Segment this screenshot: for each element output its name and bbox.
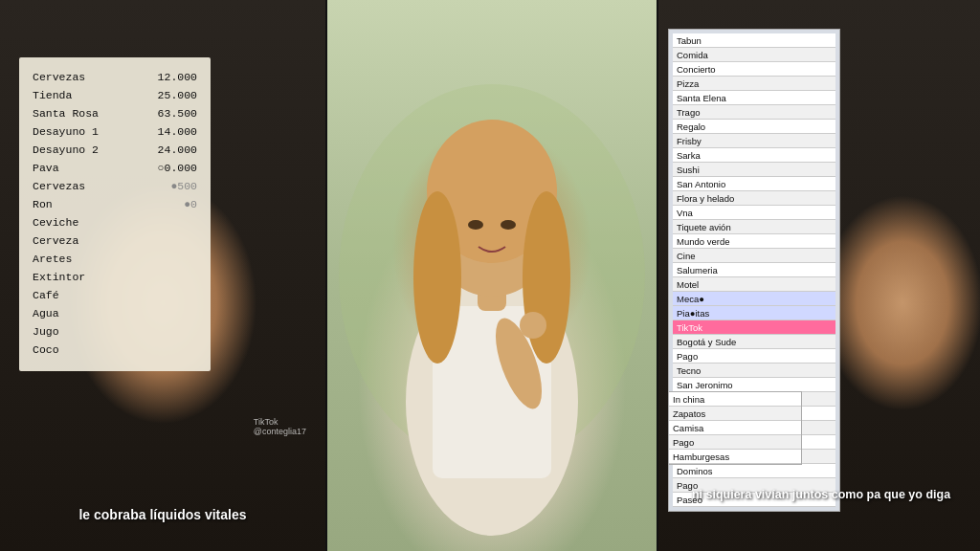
sheet-row: Mundo verde [673, 234, 835, 249]
receipt-row: Desayuno 1 14.000 [33, 123, 197, 142]
receipt-row: Cerveza [33, 232, 197, 251]
receipt-row: Cervezas 12.000 [33, 69, 197, 87]
middle-panel [327, 0, 657, 551]
receipt-row: Aretes [33, 251, 197, 269]
receipt-row: Tienda 25.000 [33, 87, 197, 105]
sheet-row: Trago [673, 105, 835, 120]
receipt-row: Café [33, 287, 197, 305]
receipt-row: Jugo [33, 323, 197, 342]
sheet-row: Vna [673, 206, 835, 220]
svg-point-11 [520, 312, 546, 339]
sheet-row: Sarka [673, 148, 835, 163]
sheet-row: Motel [673, 277, 835, 292]
svg-point-8 [468, 220, 483, 230]
right-subtitle: ni siquiera vivían juntos como pa que yo… [658, 487, 980, 504]
sheet-row: Salumeria [673, 263, 835, 277]
receipt-row: Pava ○0.000 [33, 160, 197, 178]
receipt-list: Cervezas 12.000 Tienda 25.000 Santa Rosa… [19, 57, 211, 371]
tiktok-watermark: TikTok@conteglia17 [254, 417, 306, 436]
sheet-row: Comida [673, 48, 835, 62]
sheet-row: Pago [669, 435, 801, 450]
sheet-row: Flora y helado [673, 191, 835, 206]
left-panel: Cervezas 12.000 Tienda 25.000 Santa Rosa… [0, 0, 325, 551]
sheet-row: Bogotá y Sude [673, 335, 835, 349]
sheet-row: Frisby [673, 134, 835, 148]
sheet-row: Tabun [673, 33, 835, 48]
sheet-row: Cine [673, 249, 835, 263]
receipt-row: Coco [33, 342, 197, 360]
sheet-row: San Jeronimo [673, 378, 835, 392]
sheet-row: Tiquete avión [673, 220, 835, 234]
sheet-row: Dominos [673, 464, 835, 478]
sheet-row-tiktok: TikTok [673, 320, 835, 335]
sheet-row: Santa Elena [673, 91, 835, 105]
svg-point-6 [413, 191, 461, 364]
sheet-row: Sushi [673, 163, 835, 177]
receipt-row-ceviche: Ceviche [33, 214, 197, 232]
receipt-row: Cervezas ●500 [33, 178, 197, 196]
middle-illustration [327, 0, 657, 551]
sheet-row: Concierto [673, 62, 835, 77]
receipt-row: Santa Rosa 63.500 [33, 105, 197, 123]
left-subtitle: le cobraba líquidos vitales [0, 507, 325, 522]
spreadsheet-bottom: In china Zapatos Camisa Pago Hamburgesas [668, 391, 802, 465]
sheet-row: Pago [673, 349, 835, 364]
receipt-row: Desayuno 2 24.000 [33, 142, 197, 160]
sheet-row: San Antonio [673, 177, 835, 191]
sheet-row: Zapatos [669, 407, 801, 421]
sheet-row-highlighted: Pia●itas [673, 306, 835, 320]
right-panel: Tabun Comida Concierto Pizza Santa Elena… [658, 0, 980, 551]
sheet-row: Regalo [673, 120, 835, 134]
receipt-row: Ron ●0 [33, 196, 197, 214]
receipt-row: Extintor [33, 269, 197, 287]
sheet-row: Tecno [673, 364, 835, 378]
receipt-row: Agua [33, 305, 197, 323]
sheet-row: Camisa [669, 421, 801, 435]
sheet-row: Hamburgesas [669, 450, 801, 464]
sheet-row: In china [669, 392, 801, 407]
sheet-row-highlighted: Meca● [673, 292, 835, 306]
sheet-row: Pizza [673, 77, 835, 91]
svg-point-9 [501, 220, 516, 230]
